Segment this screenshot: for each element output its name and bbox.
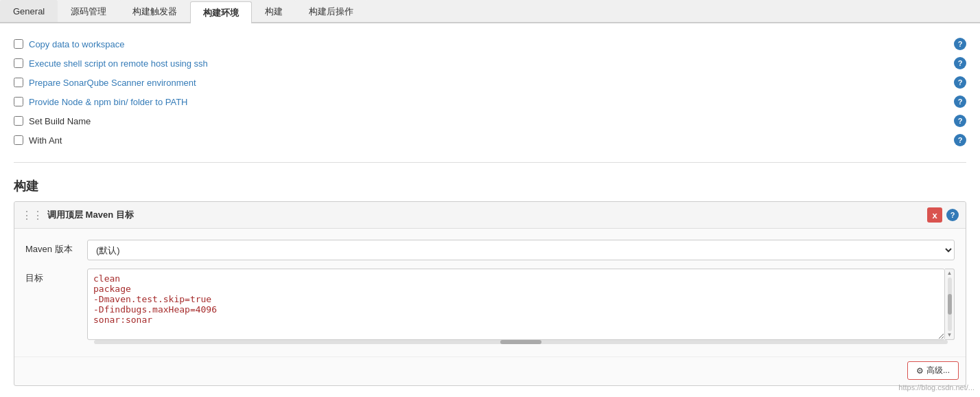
horizontal-scrollbar[interactable] — [94, 340, 948, 344]
main-content: Copy data to workspace ? Execute shell s… — [0, 23, 980, 397]
help-icon-with-ant[interactable]: ? — [954, 134, 966, 146]
checkbox-row-sonarqube: Prepare SonarQube Scanner environment ? — [14, 73, 966, 92]
section-divider — [14, 162, 966, 163]
checkbox-with-ant[interactable] — [14, 135, 23, 145]
form-row-maven-version: Maven 版本 (默认) — [25, 236, 955, 264]
target-label: 目标 — [25, 269, 87, 284]
scroll-down-icon[interactable]: ▼ — [947, 332, 953, 338]
tab-bar: General 源码管理 构建触发器 构建环境 构建 构建后操作 — [0, 0, 980, 23]
checkbox-row-exec-shell: Execute shell script on remote host usin… — [14, 54, 966, 73]
tab-general[interactable]: General — [0, 0, 58, 22]
maven-version-control-wrap: (默认) — [87, 240, 955, 260]
drag-handle-icon[interactable]: ⋮⋮ — [21, 209, 43, 222]
help-icon-panel[interactable]: ? — [946, 209, 959, 221]
panel-footer: ⚙ 高级... — [14, 356, 966, 385]
label-with-ant[interactable]: With Ant — [29, 135, 62, 146]
help-icon-node-npm[interactable]: ? — [954, 95, 966, 108]
tab-build-env[interactable]: 构建环境 — [190, 1, 252, 23]
scroll-thumb — [948, 294, 952, 315]
tab-post-build[interactable]: 构建后操作 — [296, 0, 366, 22]
build-panel-title: 调用顶层 Maven 目标 — [47, 209, 134, 221]
scroll-up-icon[interactable]: ▲ — [947, 271, 953, 276]
panel-actions: x ? — [927, 207, 959, 223]
form-row-target: 目标 ▲ ▼ — [25, 264, 955, 350]
label-node-npm[interactable]: Provide Node & npm bin/ folder to PATH — [29, 97, 187, 107]
label-sonarqube[interactable]: Prepare SonarQube Scanner environment — [29, 78, 196, 88]
maven-version-select[interactable]: (默认) — [87, 240, 955, 260]
help-icon-copy-data[interactable]: ? — [954, 38, 966, 50]
checkbox-set-build-name[interactable] — [14, 116, 23, 126]
checkbox-row-node-npm: Provide Node & npm bin/ folder to PATH ? — [14, 92, 966, 111]
maven-version-label: Maven 版本 — [25, 240, 87, 256]
help-icon-sonarqube[interactable]: ? — [954, 76, 966, 89]
checkbox-exec-shell[interactable] — [14, 58, 23, 68]
help-icon-set-build-name[interactable]: ? — [954, 115, 966, 127]
checkbox-row-set-build-name: Set Build Name ? — [14, 111, 966, 131]
build-panel: ⋮⋮ 调用顶层 Maven 目标 x ? Maven 版本 (默认) 目标 — [14, 201, 966, 386]
tab-build-triggers[interactable]: 构建触发器 — [119, 0, 190, 22]
label-set-build-name[interactable]: Set Build Name — [29, 116, 91, 126]
label-exec-shell[interactable]: Execute shell script on remote host usin… — [29, 58, 208, 69]
advanced-button-label: 高级... — [926, 365, 950, 376]
target-control-wrap: ▲ ▼ — [87, 269, 955, 345]
target-textarea[interactable] — [87, 269, 945, 340]
tab-source-management[interactable]: 源码管理 — [58, 0, 119, 22]
build-section-title: 构建 — [14, 168, 966, 201]
help-icon-exec-shell[interactable]: ? — [954, 57, 966, 69]
build-panel-header: ⋮⋮ 调用顶层 Maven 目标 x ? — [14, 202, 966, 229]
checkbox-row-copy-data: Copy data to workspace ? — [14, 34, 966, 54]
build-env-section: Copy data to workspace ? Execute shell s… — [14, 34, 966, 157]
settings-icon: ⚙ — [916, 366, 924, 376]
checkbox-copy-data[interactable] — [14, 39, 23, 49]
form-table: Maven 版本 (默认) 目标 ▲ — [14, 229, 966, 356]
checkbox-row-with-ant: With Ant ? — [14, 131, 966, 150]
checkbox-sonarqube[interactable] — [14, 78, 23, 87]
horizontal-scroll-thumb — [500, 340, 541, 344]
scroll-track — [948, 277, 952, 331]
checkbox-node-npm[interactable] — [14, 97, 23, 106]
textarea-wrapper: ▲ ▼ — [87, 269, 955, 340]
tab-build[interactable]: 构建 — [252, 0, 296, 22]
close-panel-button[interactable]: x — [927, 207, 942, 223]
advanced-button[interactable]: ⚙ 高级... — [907, 361, 959, 380]
watermark: https://blog.csdn.net/... — [898, 383, 975, 392]
textarea-scrollbar: ▲ ▼ — [945, 269, 955, 340]
label-copy-data[interactable]: Copy data to workspace — [29, 39, 124, 49]
